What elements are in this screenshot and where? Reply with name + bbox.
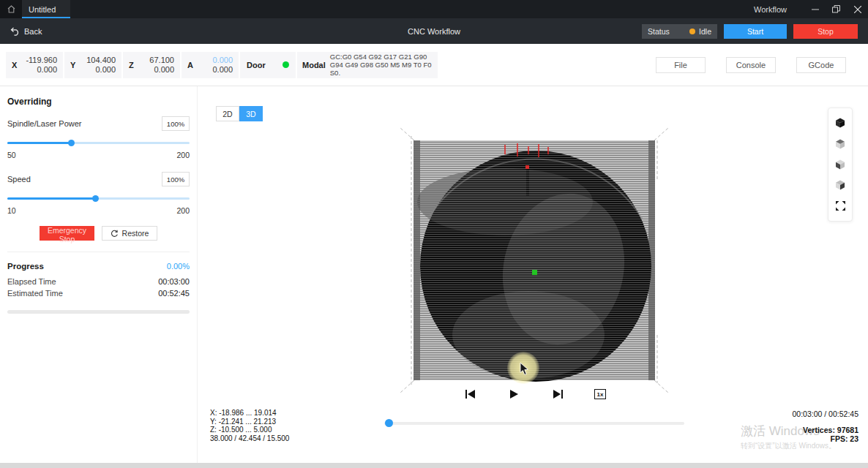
model-bounds-info: X: -18.986 ... 19.014 Y: -21.241 ... 21.… [210, 409, 289, 442]
restore-button-sidebar[interactable]: Restore [102, 226, 157, 241]
timeline-track[interactable] [384, 422, 684, 425]
isometric-view-button[interactable] [832, 115, 848, 131]
restore-button[interactable] [826, 0, 847, 18]
minimize-button[interactable] [804, 0, 826, 18]
door-label: Door [247, 61, 266, 69]
viewport-3d-scene[interactable] [198, 86, 868, 463]
restore-icon [832, 5, 840, 13]
z-range: Z: -10.500 ... 5.000 [210, 426, 289, 434]
spindle-power-label: Spindle/Laser Power [7, 119, 82, 128]
render-stats: Vertices: 97681 FPS: 23 [803, 426, 858, 443]
playback-timeline-slider[interactable] [384, 419, 684, 427]
playback-controls: 1x [373, 388, 695, 401]
speed-slider[interactable] [7, 195, 190, 202]
speed-value-input[interactable]: 100% [162, 172, 190, 186]
axis-a-machine-position: 0.000 [212, 65, 233, 75]
back-button[interactable]: Back [10, 27, 42, 36]
axis-readout-x: X -119.960 0.000 [6, 52, 63, 78]
start-button[interactable]: Start [724, 24, 787, 39]
home-icon [7, 4, 16, 14]
window-title: Workflow [754, 5, 787, 14]
spindle-power-value-input[interactable]: 100% [162, 116, 190, 131]
axis-z-label: Z [129, 61, 134, 69]
skip-end-icon [553, 390, 563, 399]
speed-label: Speed [7, 175, 31, 184]
isometric-cube-icon [834, 117, 846, 129]
status-idle-dot [689, 29, 695, 34]
play-button[interactable] [506, 388, 521, 401]
console-button[interactable]: Console [726, 57, 776, 73]
axis-readout-z: Z 67.100 0.000 [123, 52, 180, 78]
progress-percentage: 0.00% [167, 262, 190, 271]
elapsed-time-label: Elapsed Time [7, 277, 56, 286]
navbar-right: Status Idle Start Stop [642, 24, 858, 39]
axis-z-work-position: 67.100 [149, 56, 174, 65]
bottom-edge-strip [0, 463, 868, 468]
estimated-time-row: Estimated Time 00:52:45 [7, 289, 190, 298]
fit-view-button[interactable] [832, 198, 848, 214]
panel-buttons: File Console GCode [656, 57, 846, 73]
fps-counter: FPS: 23 [803, 434, 858, 443]
tool-position-marker [525, 165, 529, 169]
timeline-handle[interactable] [385, 419, 393, 427]
axis-z-values: 67.100 0.000 [149, 56, 174, 75]
axis-y-label: Y [70, 61, 75, 69]
tab-3d[interactable]: 3D [239, 106, 263, 121]
speed-slider-handle[interactable] [92, 195, 99, 202]
close-icon [854, 6, 861, 13]
spindle-range-labels: 50 200 [7, 151, 190, 159]
side-view-button[interactable] [832, 177, 848, 193]
status-indicator: Status Idle [642, 24, 717, 39]
override-actions: Emergency Stop Restore [7, 226, 190, 241]
axis-y-machine-position: 0.000 [86, 65, 116, 75]
visualization-canvas: 2D 3D [198, 86, 868, 463]
skip-to-start-button[interactable] [463, 388, 477, 401]
progress-label: Progress [7, 262, 44, 271]
status-label: Status [648, 27, 670, 36]
spindle-power-row: Spindle/Laser Power 100% [7, 116, 190, 131]
axis-readout-a: A 0.000 0.000 [182, 52, 239, 78]
minimize-icon [812, 6, 819, 13]
close-button[interactable] [847, 0, 868, 18]
spindle-slider-handle[interactable] [68, 140, 75, 146]
stop-button[interactable]: Stop [793, 24, 858, 39]
fit-view-icon [835, 200, 846, 211]
estimated-time-value: 00:52:45 [158, 289, 190, 298]
axis-x-work-position: -119.960 [26, 56, 57, 65]
emergency-stop-button[interactable]: Emergency Stop [40, 226, 94, 241]
spindle-max-label: 200 [176, 151, 190, 159]
tab-2d[interactable]: 2D [216, 106, 239, 121]
file-button[interactable]: File [656, 57, 706, 73]
refresh-icon [111, 230, 119, 238]
titlebar: Untitled Workflow [0, 0, 868, 18]
home-button[interactable] [0, 0, 22, 18]
skip-to-end-button[interactable] [550, 388, 565, 401]
axis-z-machine-position: 0.000 [149, 65, 174, 75]
side-view-cube-icon [834, 179, 846, 191]
mouse-cursor [520, 363, 529, 376]
toolpath-preview [198, 86, 868, 463]
spindle-slider-fill [7, 142, 71, 144]
cnc-workflow-window: Untitled Workflow [0, 0, 868, 468]
work-origin-marker [532, 270, 537, 275]
axis-y-work-position: 104.400 [86, 56, 116, 65]
status-value: Idle [699, 27, 711, 36]
model-dimensions: 38.000 / 42.454 / 15.500 [210, 434, 289, 443]
speed-slider-fill [7, 197, 95, 200]
tab-active-underline [22, 17, 70, 18]
front-view-cube-icon [834, 159, 846, 170]
navbar: Back CNC Workflow Status Idle Start Stop [0, 18, 868, 44]
top-view-button[interactable] [832, 136, 848, 152]
modal-readout: Modal GC:G0 G54 G92 G17 G21 G90 G94 G49 … [297, 52, 438, 78]
spindle-power-slider[interactable] [7, 140, 190, 146]
gcode-button[interactable]: GCode [796, 57, 846, 73]
playback-speed-button[interactable]: 1x [594, 389, 606, 399]
front-view-button[interactable] [832, 156, 848, 173]
speed-row: Speed 100% [7, 172, 190, 186]
document-tab[interactable]: Untitled [22, 0, 70, 18]
vertices-count: Vertices: 97681 [803, 426, 858, 434]
overriding-heading: Overriding [7, 97, 190, 107]
estimated-time-label: Estimated Time [7, 289, 63, 298]
y-range: Y: -21.241 ... 21.213 [210, 418, 289, 426]
axis-a-work-position: 0.000 [212, 56, 233, 65]
